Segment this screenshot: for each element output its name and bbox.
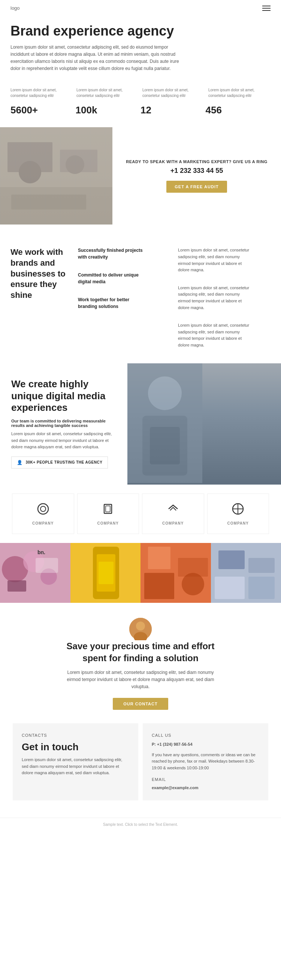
office-img-bg <box>0 127 112 224</box>
company-logo-3 <box>166 502 180 518</box>
svg-text:bn.: bn. <box>37 549 45 555</box>
contact-right-box: CALL US P: +1 (324) 987-56-54 If you hav… <box>143 723 268 800</box>
stat-num-3: 12 <box>140 104 206 116</box>
contact-left-box: CONTACTS Get in touch Lorem ipsum dolor … <box>13 723 138 800</box>
gallery-item-4 <box>211 543 281 603</box>
stat-col-1: Lorem ipsum dolor sit amet, consetetur s… <box>11 87 73 99</box>
person-icon: 👤 <box>17 460 23 465</box>
cta-right: READY TO SPEAK WITH A MARKETING EXPERT? … <box>112 127 281 224</box>
header: logo <box>0 0 281 16</box>
svg-point-33 <box>182 573 204 595</box>
contact-left-label: CONTACTS <box>22 732 129 739</box>
work-desc-1: Lorem ipsum dolor sit amet, consetetur s… <box>178 247 253 273</box>
company-logo-1 <box>36 502 50 518</box>
svg-rect-28 <box>99 562 113 584</box>
contact-heading: Get in touch <box>22 741 129 753</box>
company-logo-4 <box>231 502 245 518</box>
office-image <box>0 127 112 224</box>
svg-point-3 <box>19 161 41 183</box>
digital-subtitle: Our team is committed to delivering meas… <box>11 419 116 428</box>
svg-rect-24 <box>35 558 58 573</box>
stat-num-2: 100k <box>76 104 141 116</box>
svg-rect-6 <box>11 194 86 210</box>
svg-rect-37 <box>215 577 245 599</box>
footer: Sample text. Click to select the Text El… <box>0 818 281 831</box>
work-title-1: Successfully finished projects with crea… <box>78 247 145 261</box>
svg-rect-32 <box>148 547 171 569</box>
cta-phone: +1 232 333 44 55 <box>171 167 223 175</box>
logos-section: COMPANY COMPANY COMPANY COMPANY <box>0 485 281 543</box>
logo-box-1: COMPANY <box>12 493 74 534</box>
logo-label-2: COMPANY <box>97 521 119 525</box>
stat-columns: Lorem ipsum dolor sit amet, consetetur s… <box>0 83 281 102</box>
work-desc-col: Lorem ipsum dolor sit amet, consetetur s… <box>178 247 270 348</box>
work-titles-col: Successfully finished projects with crea… <box>78 247 171 348</box>
logo-box-2: COMPANY <box>77 493 139 534</box>
testimonial-heading: Save your precious time and effort spent… <box>58 640 223 663</box>
ready-label: READY TO SPEAK WITH A MARKETING EXPERT? … <box>126 159 268 164</box>
svg-rect-14 <box>105 506 110 512</box>
logo-label-3: COMPANY <box>162 521 184 525</box>
call-phone: P: +1 (324) 987-56-54 <box>152 741 259 748</box>
work-title-3: Work together for better branding soluti… <box>78 296 145 310</box>
gallery-item-2 <box>70 543 141 603</box>
logo-box-3: COMPANY <box>142 493 204 534</box>
logo: logo <box>11 5 20 11</box>
work-heading-col: We work with brands and businesses to en… <box>11 247 70 348</box>
stat-num-1: 5600+ <box>11 104 76 116</box>
menu-button[interactable] <box>262 6 270 11</box>
svg-point-40 <box>136 622 145 630</box>
stats-row: 5600+ 100k 12 456 <box>0 102 281 127</box>
svg-point-8 <box>148 376 182 410</box>
stat-num-4: 456 <box>206 104 271 116</box>
hero-title: Brand experience agency <box>11 24 198 38</box>
company-logo-2 <box>101 502 115 518</box>
digital-heading: We create highly unique digital media ex… <box>11 378 116 414</box>
trust-badge[interactable]: 👤 30K+ PEOPLE TRUSTING THE AGENCY <box>11 457 108 468</box>
logo-label-1: COMPANY <box>32 521 54 525</box>
hero-description: Lorem ipsum dolor sit amet, consectetur … <box>11 44 183 73</box>
digital-person-img-bg <box>128 363 281 485</box>
digital-image <box>128 363 281 485</box>
svg-point-11 <box>38 504 48 514</box>
work-title-2: Committed to deliver unique digital medi… <box>78 272 145 285</box>
gallery-item-3 <box>140 543 211 603</box>
stat-col-4: Lorem ipsum dolor sit amet, consetetur s… <box>208 87 270 99</box>
svg-rect-35 <box>219 550 245 569</box>
logo-label-4: COMPANY <box>227 521 249 525</box>
digital-desc: Lorem ipsum dolor sit amet, consetetur s… <box>11 431 116 450</box>
svg-rect-22 <box>8 581 26 592</box>
svg-rect-38 <box>248 577 275 599</box>
logo-box-4: COMPANY <box>207 493 269 534</box>
stat-col-3: Lorem ipsum dolor sit amet, consetetur s… <box>142 87 204 99</box>
testimonial-section: Save your precious time and effort spent… <box>0 603 281 721</box>
free-audit-button[interactable]: GET A FREE AUDIT <box>166 181 227 193</box>
digital-section: We create highly unique digital media ex… <box>0 363 281 485</box>
work-section: We work with brands and businesses to en… <box>0 236 281 363</box>
work-desc-2: Lorem ipsum dolor sit amet, consetetur s… <box>178 285 253 311</box>
stat-col-2: Lorem ipsum dolor sit amet, consetetur s… <box>77 87 139 99</box>
footer-text: Sample text. Click to select the Text El… <box>103 822 178 827</box>
svg-point-12 <box>40 506 46 512</box>
svg-rect-30 <box>144 573 174 599</box>
digital-left: We create highly unique digital media ex… <box>0 363 128 485</box>
call-label: CALL US <box>152 732 259 739</box>
email-label: EMAIL <box>152 776 259 783</box>
svg-point-4 <box>65 155 84 174</box>
work-desc-3: Lorem ipsum dolor sit amet, consetetur s… <box>178 322 253 348</box>
work-heading: We work with brands and businesses to en… <box>11 247 70 301</box>
svg-rect-10 <box>150 427 180 465</box>
call-desc: If you have any questions, comments or i… <box>152 752 259 772</box>
hero-section: Brand experience agency Lorem ipsum dolo… <box>0 16 281 83</box>
svg-rect-36 <box>248 558 275 573</box>
gallery-section: bn. <box>0 543 281 603</box>
contact-section: CONTACTS Get in touch Lorem ipsum dolor … <box>0 721 281 817</box>
avatar <box>129 618 152 640</box>
gallery-item-1: bn. <box>0 543 70 603</box>
email-value: example@example.com <box>152 785 259 791</box>
our-contact-button[interactable]: OUR CONTACT <box>113 698 168 710</box>
trust-badge-label: 30K+ PEOPLE TRUSTING THE AGENCY <box>26 460 103 465</box>
contact-desc: Lorem ipsum dolor sit amet, consetetur s… <box>22 757 129 776</box>
cta-section: READY TO SPEAK WITH A MARKETING EXPERT? … <box>0 127 281 236</box>
testimonial-desc: Lorem ipsum dolor sit amet, consetetur s… <box>62 669 219 691</box>
